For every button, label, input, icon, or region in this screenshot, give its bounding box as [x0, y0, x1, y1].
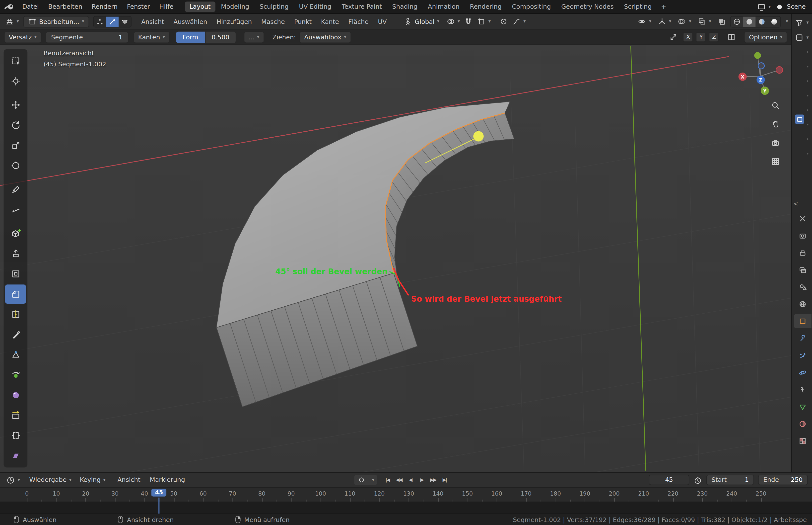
viewport-menu-punkt[interactable]: Punkt: [290, 17, 316, 26]
viewport-menu-kante[interactable]: Kante: [316, 17, 344, 26]
properties-tab-tool[interactable]: [794, 211, 812, 225]
viewport-menu-uv[interactable]: UV: [373, 17, 392, 26]
add-workspace-button[interactable]: +: [657, 1, 670, 12]
snap-with-button[interactable]: ▾: [475, 16, 493, 27]
gizmo-x-neg-icon[interactable]: [776, 66, 783, 73]
frame-start-field[interactable]: Start 1: [706, 475, 754, 485]
solid-shading-button[interactable]: [743, 16, 756, 27]
gizmo-y-axis[interactable]: Y: [761, 87, 769, 95]
menu-bearbeiten[interactable]: Bearbeiten: [44, 2, 87, 11]
more-options-dropdown[interactable]: ... ▾: [244, 31, 264, 43]
properties-tab-world[interactable]: [794, 297, 812, 311]
proportional-editing-button[interactable]: [497, 16, 510, 27]
snap-toggle-button[interactable]: [462, 16, 475, 27]
play-reverse-button[interactable]: ◀: [405, 475, 416, 485]
blender-logo-icon[interactable]: [4, 3, 15, 10]
overlays-button[interactable]: ▾: [675, 16, 693, 27]
properties-tab-modifiers[interactable]: [794, 331, 812, 345]
viewport-menu-hinzuf-gen[interactable]: Hinzufügen: [212, 17, 256, 26]
gizmo-z-neg-icon[interactable]: [758, 63, 764, 69]
tool-loop-cut[interactable]: [5, 305, 26, 324]
playhead-chip[interactable]: 45: [152, 489, 167, 496]
properties-tab-constraints[interactable]: [794, 382, 812, 396]
vertex-select-button[interactable]: [94, 16, 106, 27]
tool-extrude-region[interactable]: [5, 244, 26, 263]
proportional-falloff-button[interactable]: ▾: [510, 16, 528, 27]
workspace-tab-sculpting[interactable]: Sculpting: [255, 1, 293, 12]
properties-tab-data[interactable]: [794, 400, 812, 414]
workspace-tab-layout[interactable]: Layout: [185, 1, 215, 12]
workspace-tab-uv-editing[interactable]: UV Editing: [294, 1, 336, 12]
workspace-tab-geometry-nodes[interactable]: Geometry Nodes: [557, 1, 619, 12]
viewport-menu-ansicht[interactable]: Ansicht: [137, 17, 169, 26]
segments-field[interactable]: Segmente 1: [45, 31, 128, 43]
orientation-selector[interactable]: Global ▾: [399, 16, 444, 27]
autokey-record-button[interactable]: [354, 475, 369, 485]
options-dropdown[interactable]: Optionen ▾: [744, 31, 787, 43]
play-button[interactable]: ▶: [417, 475, 427, 485]
mode-selector[interactable]: Bearbeitun... ▾: [23, 16, 89, 27]
rendered-shading-button[interactable]: [768, 16, 781, 27]
timeline-track-area[interactable]: [0, 501, 812, 513]
mirror-icon[interactable]: [667, 31, 680, 43]
shape-value-field[interactable]: 0.500: [205, 31, 236, 43]
tool-scale[interactable]: [5, 136, 26, 155]
current-frame-field[interactable]: 45: [649, 475, 689, 485]
jump-to-end-button[interactable]: ▶|: [439, 475, 450, 485]
rail-display-button[interactable]: ▾: [792, 31, 812, 44]
menu-fenster[interactable]: Fenster: [122, 2, 155, 11]
properties-tab-physics[interactable]: [794, 365, 812, 379]
properties-tab-render[interactable]: [794, 229, 812, 243]
properties-tab-view-layer[interactable]: [794, 263, 812, 277]
workspace-tab-rendering[interactable]: Rendering: [465, 1, 506, 12]
properties-tab-scene[interactable]: [794, 280, 812, 294]
collapse-panel-button[interactable]: <: [793, 201, 798, 207]
viewport-menu-fl-che[interactable]: Fläche: [344, 17, 373, 26]
rail-filter-button[interactable]: ▾: [792, 15, 812, 29]
material-shading-button[interactable]: [756, 16, 768, 27]
viewport-menu-ausw-hlen[interactable]: Auswählen: [169, 17, 212, 26]
playback-menu[interactable]: Wiedergabe ▾: [27, 474, 74, 485]
mesh-object[interactable]: [216, 102, 514, 407]
viewport-3d[interactable]: 45° soll der Bevel werden So wird der Be…: [0, 45, 791, 472]
tool-annotate[interactable]: [5, 180, 26, 199]
pivot-point-button[interactable]: ▾: [444, 16, 462, 27]
gizmo-y-neg-icon[interactable]: [754, 52, 761, 59]
visibility-button[interactable]: ▾: [636, 16, 654, 27]
next-keyframe-button[interactable]: ▶▶: [428, 475, 439, 485]
tool-cursor[interactable]: [5, 72, 26, 91]
tool-move[interactable]: [5, 95, 26, 115]
pan-button[interactable]: [768, 117, 782, 131]
timeline-marker-menu[interactable]: Markierung: [145, 475, 190, 484]
tool-inset-faces[interactable]: [5, 264, 26, 283]
drag-mode-dropdown[interactable]: Auswahlbox ▾: [299, 31, 351, 43]
keying-menu[interactable]: Keying ▾: [78, 474, 108, 485]
playhead-line[interactable]: [159, 498, 160, 513]
autokey-options-button[interactable]: ▾: [370, 475, 377, 485]
offset-type-dropdown[interactable]: Versatz ▾: [4, 31, 41, 43]
tool-edge-slide[interactable]: [5, 406, 26, 425]
tool-bevel[interactable]: [5, 284, 26, 304]
axis-z-button[interactable]: Z: [709, 32, 719, 42]
face-select-button[interactable]: [118, 16, 131, 27]
workspace-tab-scripting[interactable]: Scripting: [620, 1, 656, 12]
tool-shear[interactable]: [5, 446, 26, 465]
timeline-ruler[interactable]: 45 0102030405060708090100110120130140150…: [0, 487, 812, 501]
axis-x-button[interactable]: X: [683, 32, 693, 42]
tool-smooth[interactable]: [5, 386, 26, 405]
previous-keyframe-button[interactable]: ◀◀: [393, 475, 405, 485]
tool-rip-region[interactable]: [5, 426, 26, 445]
properties-tab-particles[interactable]: [794, 348, 812, 362]
scene-browse-button[interactable]: ▾: [755, 1, 773, 13]
properties-tab-material[interactable]: [794, 417, 812, 431]
camera-view-button[interactable]: [768, 136, 782, 149]
ortho-toggle-button[interactable]: [768, 154, 782, 168]
affect-dropdown[interactable]: Kanten ▾: [134, 31, 170, 43]
scene-name[interactable]: Scene: [787, 3, 806, 10]
frame-end-field[interactable]: Ende 250: [758, 475, 808, 485]
editor-type-button[interactable]: ▾: [3, 16, 21, 27]
snap-grid-icon[interactable]: [725, 31, 738, 43]
tool-knife[interactable]: [5, 325, 26, 344]
axis-y-button[interactable]: Y: [696, 32, 706, 42]
timeline-editor-button[interactable]: ▾: [4, 474, 22, 485]
